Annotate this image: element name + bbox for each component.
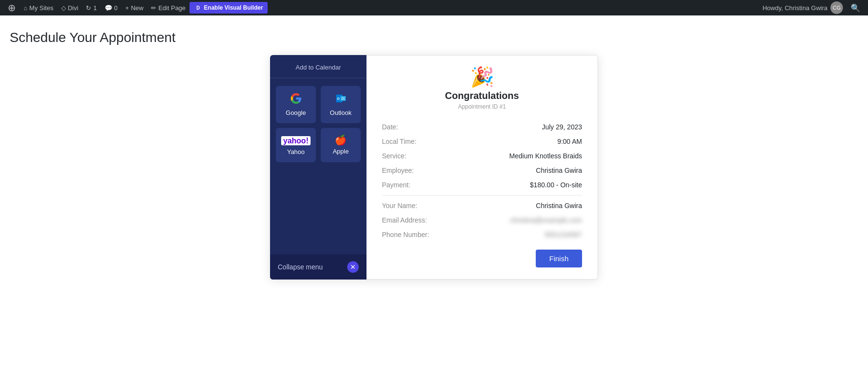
- divider-row: [382, 192, 582, 198]
- search-button[interactable]: 🔍: [847, 0, 864, 15]
- edit-page-item[interactable]: ✏ Edit Page: [147, 0, 189, 15]
- avatar: CG: [830, 1, 843, 14]
- date-row: Date: July 29, 2023: [382, 120, 582, 134]
- your-name-row: Your Name: Christina Gwira: [382, 198, 582, 213]
- local-time-value: 9:00 AM: [449, 134, 582, 149]
- apple-icon: 🍎: [335, 135, 347, 145]
- local-time-row: Local Time: 9:00 AM: [382, 134, 582, 149]
- new-label: New: [131, 4, 143, 12]
- divi-icon: ◇: [61, 4, 66, 12]
- email-blurred: christina@example.com: [510, 216, 582, 224]
- enable-visual-builder-item[interactable]: D Enable Visual Builder: [190, 2, 268, 14]
- comments-item[interactable]: 💬 0: [101, 0, 122, 15]
- date-label: Date:: [382, 120, 449, 134]
- wordpress-icon: ⊕: [8, 2, 16, 14]
- revisions-item[interactable]: ↻ 1: [82, 0, 100, 15]
- page-wrapper: Schedule Your Appointment Add to Calenda…: [0, 15, 868, 378]
- phone-row: Phone Number: 5551234567: [382, 227, 582, 242]
- yahoo-calendar-button[interactable]: yahoo! Yahoo: [276, 128, 316, 162]
- collapse-icon: ✕: [347, 261, 359, 273]
- finish-button[interactable]: Finish: [536, 250, 582, 267]
- date-value: July 29, 2023: [449, 120, 582, 134]
- svg-text:O: O: [337, 97, 339, 100]
- revisions-count: 1: [93, 4, 96, 12]
- page-title: Schedule Your Appointment: [0, 25, 868, 55]
- search-icon: 🔍: [851, 3, 860, 13]
- payment-value: $180.00 - On-site: [449, 178, 582, 192]
- admin-bar: ⊕ ⌂ My Sites ◇ Divi ↻ 1 💬 0 + New ✏ Edit…: [0, 0, 868, 15]
- your-name-value: Christina Gwira: [449, 198, 582, 213]
- employee-row: Employee: Christina Gwira: [382, 163, 582, 178]
- party-icon: 🎉: [382, 67, 582, 86]
- service-label: Service:: [382, 149, 449, 163]
- confirmation-panel: 🎉 Congratulations Appointment ID #1 Date…: [366, 55, 598, 280]
- details-table: Date: July 29, 2023 Local Time: 9:00 AM …: [382, 120, 582, 242]
- new-item[interactable]: + New: [122, 0, 148, 15]
- revisions-icon: ↻: [86, 4, 91, 12]
- collapse-menu-button[interactable]: Collapse menu ✕: [270, 254, 366, 280]
- pencil-icon: ✏: [151, 4, 156, 12]
- howdy-item[interactable]: Howdy, Christina Gwira CG: [759, 0, 847, 15]
- congrats-title: Congratulations: [382, 90, 582, 101]
- appointment-id: Appointment ID #1: [382, 103, 582, 110]
- email-value: christina@example.com: [449, 213, 582, 227]
- local-time-label: Local Time:: [382, 134, 449, 149]
- howdy-text: Howdy, Christina Gwira: [762, 4, 827, 12]
- email-label: Email Address:: [382, 213, 449, 227]
- admin-bar-right: Howdy, Christina Gwira CG 🔍: [759, 0, 864, 15]
- divi-label: Divi: [68, 4, 79, 12]
- outlook-calendar-button[interactable]: O Outlook: [321, 86, 361, 123]
- main-content: Add to Calendar Google: [0, 55, 868, 280]
- service-value: Medium Knotless Braids: [449, 149, 582, 163]
- finish-row: Finish: [382, 250, 582, 267]
- payment-row: Payment: $180.00 - On-site: [382, 178, 582, 192]
- outlook-icon: O: [335, 93, 347, 106]
- edit-page-label: Edit Page: [158, 4, 185, 12]
- phone-blurred: 5551234567: [544, 231, 582, 238]
- yahoo-label: Yahoo: [287, 148, 305, 155]
- calendar-sidebar: Add to Calendar Google: [270, 55, 366, 280]
- employee-value: Christina Gwira: [449, 163, 582, 178]
- phone-value: 5551234567: [449, 227, 582, 242]
- enable-visual-builder-label: Enable Visual Builder: [204, 4, 263, 11]
- comments-count: 0: [114, 4, 118, 12]
- divi-item[interactable]: ◇ Divi: [57, 0, 82, 15]
- outlook-label: Outlook: [330, 109, 352, 116]
- apple-calendar-button[interactable]: 🍎 Apple: [321, 128, 361, 162]
- divi-d-icon: D: [194, 4, 202, 12]
- yahoo-icon: yahoo!: [281, 135, 310, 145]
- calendar-buttons-grid: Google O Outlook: [270, 78, 366, 170]
- service-row: Service: Medium Knotless Braids: [382, 149, 582, 163]
- add-to-calendar-header: Add to Calendar: [270, 55, 366, 78]
- your-name-label: Your Name:: [382, 198, 449, 213]
- my-sites-item[interactable]: ⌂ My Sites: [20, 0, 57, 15]
- email-row: Email Address: christina@example.com: [382, 213, 582, 227]
- congrats-section: 🎉 Congratulations Appointment ID #1: [382, 67, 582, 110]
- apple-label: Apple: [333, 148, 349, 155]
- svg-rect-2: [341, 97, 345, 100]
- plus-icon: +: [125, 4, 129, 12]
- wp-logo-item[interactable]: ⊕: [4, 0, 20, 15]
- google-icon: [290, 93, 302, 106]
- my-sites-label: My Sites: [29, 4, 54, 12]
- phone-label: Phone Number:: [382, 227, 449, 242]
- employee-label: Employee:: [382, 163, 449, 178]
- payment-label: Payment:: [382, 178, 449, 192]
- appointment-container: Add to Calendar Google: [270, 55, 598, 280]
- google-label: Google: [286, 109, 306, 116]
- google-calendar-button[interactable]: Google: [276, 86, 316, 123]
- comments-icon: 💬: [105, 4, 112, 12]
- my-sites-icon: ⌂: [24, 4, 27, 12]
- collapse-menu-label: Collapse menu: [278, 263, 323, 271]
